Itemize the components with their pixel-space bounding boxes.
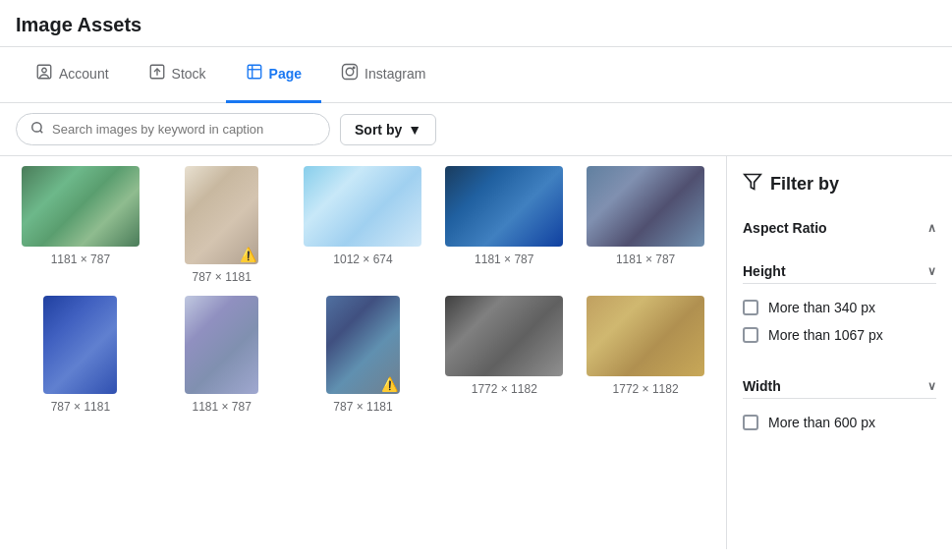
image-thumb bbox=[22, 166, 140, 247]
svg-point-9 bbox=[353, 67, 355, 69]
image-label: 1181 × 787 bbox=[616, 252, 675, 266]
filter-title: Filter by bbox=[743, 172, 936, 196]
page-title: Image Assets bbox=[0, 0, 952, 47]
image-item[interactable]: 1181 × 787 bbox=[157, 296, 287, 414]
tab-account-label: Account bbox=[59, 66, 109, 82]
width-label: Width bbox=[743, 378, 781, 394]
image-item[interactable]: 1772 × 1182 bbox=[439, 296, 569, 414]
image-wrap: ⚠️ bbox=[185, 166, 258, 264]
search-box[interactable] bbox=[16, 113, 330, 145]
image-label: 1772 × 1182 bbox=[472, 382, 537, 396]
width-options: More than 600 px bbox=[743, 399, 936, 446]
stock-icon bbox=[148, 63, 166, 84]
tab-page-label: Page bbox=[269, 66, 302, 82]
image-label: 1181 × 787 bbox=[192, 400, 251, 414]
image-wrap bbox=[185, 296, 258, 394]
filter-icon bbox=[743, 172, 762, 196]
warning-icon: ⚠️ bbox=[381, 376, 398, 392]
height-checkbox-2[interactable] bbox=[743, 327, 758, 343]
sort-button[interactable]: Sort by ▼ bbox=[340, 114, 436, 145]
image-thumb bbox=[304, 166, 421, 247]
tab-instagram[interactable]: Instagram bbox=[321, 47, 445, 103]
image-wrap bbox=[445, 166, 563, 247]
filter-panel: Filter by Aspect Ratio ∧ Height ∨ More t… bbox=[726, 156, 952, 549]
aspect-ratio-chevron-icon: ∧ bbox=[927, 221, 936, 235]
image-thumb bbox=[445, 166, 563, 247]
toolbar: Sort by ▼ bbox=[0, 103, 952, 156]
image-thumb bbox=[445, 296, 563, 376]
image-wrap bbox=[587, 296, 704, 376]
svg-rect-4 bbox=[248, 65, 261, 79]
sort-chevron-icon: ▼ bbox=[408, 122, 421, 138]
main-content: 1181 × 787 ⚠️ 787 × 1181 1012 × 674 bbox=[0, 156, 952, 549]
image-label: 1012 × 674 bbox=[333, 252, 392, 266]
tab-page[interactable]: Page bbox=[226, 47, 321, 103]
tabs-bar: Account Stock Page Instagram bbox=[0, 47, 952, 103]
svg-marker-12 bbox=[745, 175, 761, 190]
height-chevron-icon: ∨ bbox=[927, 264, 936, 278]
svg-rect-0 bbox=[37, 65, 51, 79]
image-thumb bbox=[43, 296, 117, 394]
image-wrap bbox=[43, 296, 117, 394]
height-checkbox-1[interactable] bbox=[743, 300, 758, 315]
height-label: Height bbox=[743, 263, 786, 279]
image-label: 1181 × 787 bbox=[475, 252, 533, 266]
image-label: 787 × 1181 bbox=[192, 270, 251, 284]
image-item[interactable]: 1181 × 787 bbox=[439, 166, 569, 284]
image-wrap bbox=[22, 166, 140, 247]
image-grid: 1181 × 787 ⚠️ 787 × 1181 1012 × 674 bbox=[16, 166, 710, 414]
image-wrap bbox=[304, 166, 421, 247]
svg-point-8 bbox=[346, 68, 354, 76]
search-icon bbox=[30, 121, 44, 138]
filter-section-aspect-ratio: Aspect Ratio ∧ bbox=[743, 212, 936, 244]
image-item[interactable]: ⚠️ 787 × 1181 bbox=[299, 296, 428, 414]
width-checkbox-1[interactable] bbox=[743, 415, 758, 430]
filter-section-width: Width ∨ More than 600 px bbox=[743, 370, 936, 446]
svg-point-10 bbox=[32, 123, 41, 132]
image-thumb bbox=[185, 296, 258, 394]
tab-account[interactable]: Account bbox=[16, 47, 129, 103]
width-option-1-label: More than 600 px bbox=[768, 415, 875, 430]
svg-line-11 bbox=[40, 131, 43, 134]
image-label: 1181 × 787 bbox=[51, 252, 110, 266]
tab-instagram-label: Instagram bbox=[364, 66, 425, 82]
filter-section-width-header[interactable]: Width ∨ bbox=[743, 370, 936, 399]
warning-icon: ⚠️ bbox=[240, 247, 256, 262]
width-chevron-icon: ∨ bbox=[927, 379, 936, 393]
filter-section-height: Height ∨ More than 340 px More than 1067… bbox=[743, 255, 936, 359]
height-option-1-label: More than 340 px bbox=[768, 300, 875, 315]
filter-section-aspect-ratio-header[interactable]: Aspect Ratio ∧ bbox=[743, 212, 936, 244]
height-options: More than 340 px More than 1067 px bbox=[743, 284, 936, 359]
image-thumb bbox=[587, 166, 704, 247]
page-icon bbox=[246, 63, 263, 84]
image-thumb bbox=[587, 296, 704, 376]
image-wrap bbox=[445, 296, 563, 376]
width-option-1[interactable]: More than 600 px bbox=[743, 409, 936, 436]
tab-stock-label: Stock bbox=[172, 66, 206, 82]
search-input[interactable] bbox=[52, 122, 315, 137]
sort-label: Sort by bbox=[355, 122, 402, 138]
image-grid-area[interactable]: 1181 × 787 ⚠️ 787 × 1181 1012 × 674 bbox=[0, 156, 726, 549]
height-option-2[interactable]: More than 1067 px bbox=[743, 321, 936, 349]
image-wrap: ⚠️ bbox=[326, 296, 400, 394]
instagram-icon bbox=[341, 63, 359, 84]
image-item[interactable]: 1012 × 674 bbox=[299, 166, 428, 284]
tab-stock[interactable]: Stock bbox=[129, 47, 226, 103]
image-item[interactable]: ⚠️ 787 × 1181 bbox=[157, 166, 287, 284]
image-label: 1772 × 1182 bbox=[613, 382, 679, 396]
image-item[interactable]: 787 × 1181 bbox=[16, 296, 145, 414]
image-wrap bbox=[587, 166, 704, 247]
svg-rect-7 bbox=[343, 65, 358, 80]
filter-section-height-header[interactable]: Height ∨ bbox=[743, 255, 936, 284]
image-item[interactable]: 1181 × 787 bbox=[16, 166, 145, 284]
filter-title-text: Filter by bbox=[770, 174, 839, 195]
height-option-1[interactable]: More than 340 px bbox=[743, 294, 936, 321]
aspect-ratio-label: Aspect Ratio bbox=[743, 220, 827, 236]
image-item[interactable]: 1772 × 1182 bbox=[581, 296, 710, 414]
account-icon bbox=[35, 63, 53, 84]
image-label: 787 × 1181 bbox=[51, 400, 110, 414]
image-label: 787 × 1181 bbox=[333, 400, 392, 414]
image-item[interactable]: 1181 × 787 bbox=[581, 166, 710, 284]
svg-point-1 bbox=[42, 68, 47, 73]
height-option-2-label: More than 1067 px bbox=[768, 327, 883, 343]
